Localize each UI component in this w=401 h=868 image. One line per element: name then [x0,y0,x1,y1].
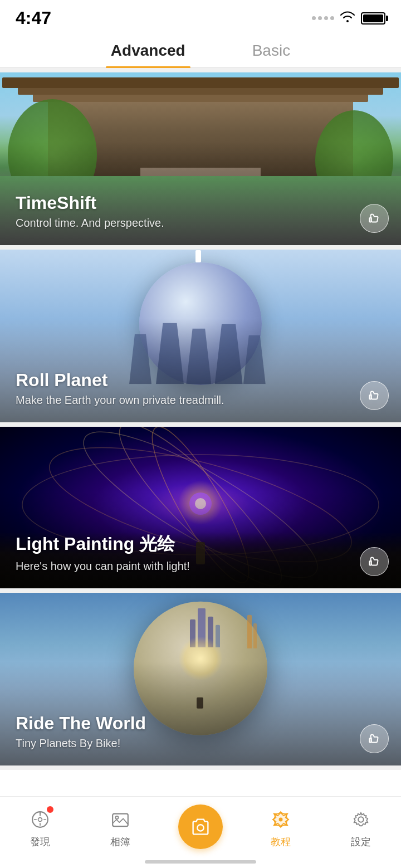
nav-settings-icon [349,807,373,832]
card-subtitle: Tiny Planets By Bike! [16,737,146,750]
status-time: 4:47 [16,8,51,28]
status-icons [312,11,385,26]
nav-album-icon [108,807,133,832]
like-button[interactable] [360,547,389,576]
card-subtitle: Control time. And perspective. [16,217,164,230]
nav-tutorial-icon [268,807,293,832]
card-text: TimeShift Control time. And perspective. [16,193,164,230]
nav-discover-icon [28,807,52,832]
temple-roof3 [2,77,398,88]
card-title: Light Painting 光绘 [16,532,190,557]
wifi-icon [340,11,355,26]
cards-container: TimeShift Control time. And perspective. [0,68,401,854]
nav-camera[interactable] [173,804,228,851]
card-timeshift[interactable]: TimeShift Control time. And perspective. [0,72,401,245]
like-button[interactable] [360,204,389,233]
nav-discover[interactable]: 發現 [12,807,68,849]
card-title: Ride The World [16,713,146,734]
nav-album-label: 相簿 [110,835,130,849]
notification-dot [47,806,53,813]
svg-rect-1 [369,395,371,399]
like-button[interactable] [360,724,389,753]
svg-point-13 [38,818,42,822]
card-subtitle: Here's how you can paint with light! [16,560,190,573]
status-bar: 4:47 [0,0,401,33]
nav-tutorial[interactable]: 教程 [253,807,309,849]
svg-point-17 [197,825,203,831]
signal-icon [312,16,334,20]
svg-rect-10 [369,561,371,565]
nav-settings-label: 設定 [351,835,371,849]
card-rideworld[interactable]: Ride The World Tiny Planets By Bike! [0,593,401,765]
svg-rect-11 [369,738,371,743]
svg-point-16 [115,816,118,819]
card-text: Ride The World Tiny Planets By Bike! [16,713,146,750]
card-text: Light Painting 光绘 Here's how you can pai… [16,532,190,573]
like-button[interactable] [360,381,389,410]
svg-rect-15 [113,814,128,826]
nav-settings[interactable]: 設定 [333,807,389,849]
tab-basic[interactable]: Basic [219,33,324,67]
nav-album[interactable]: 相簿 [92,807,148,849]
card-lightpainting[interactable]: Light Painting 光绘 Here's how you can pai… [0,427,401,588]
svg-rect-0 [369,218,371,222]
nav-tutorial-label: 教程 [271,835,291,849]
card-subtitle: Make the Earth your own private treadmil… [16,394,224,407]
crane1 [247,615,252,648]
card-rollplanet[interactable]: Roll Planet Make the Earth your own priv… [0,250,401,422]
card-text: Roll Planet Make the Earth your own priv… [16,370,224,407]
bottom-nav: 發現 相簿 教程 [0,796,401,868]
tab-bar-top: Advanced Basic [0,33,401,68]
person [195,250,201,262]
tab-advanced[interactable]: Advanced [77,33,219,67]
crane2 [253,623,257,648]
camera-button[interactable] [178,804,223,849]
home-indicator [145,860,256,864]
card-title: TimeShift [16,193,164,213]
svg-point-18 [279,818,283,822]
battery-icon [361,12,385,25]
cranes [247,615,257,648]
svg-point-19 [358,817,364,822]
card-title: Roll Planet [16,370,224,391]
nav-discover-label: 發現 [30,835,50,849]
